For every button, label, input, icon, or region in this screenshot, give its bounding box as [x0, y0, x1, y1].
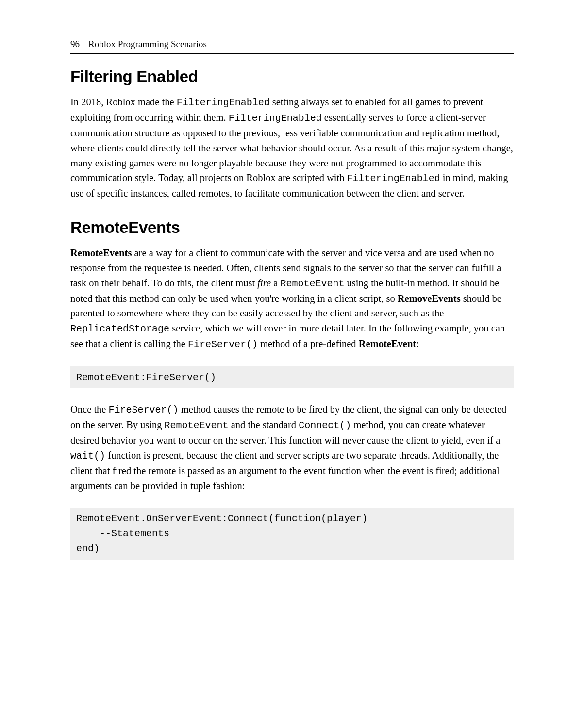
inline-code: wait()	[70, 450, 105, 462]
text-run: In 2018, Roblox made the	[70, 97, 177, 107]
text-bold: RemoteEvent	[359, 338, 416, 349]
running-title: Roblox Programming Scenarios	[88, 39, 207, 50]
text-run: function is present, because the client …	[70, 450, 500, 491]
text-run: and the standard	[229, 419, 299, 430]
section-heading-filtering-enabled: Filtering Enabled	[70, 67, 514, 86]
text-run: :	[416, 338, 419, 349]
text-run: a	[271, 278, 280, 288]
inline-code: RemoteEvent	[165, 420, 229, 431]
inline-code: FireServer()	[109, 404, 179, 415]
text-run: Once the	[70, 404, 109, 414]
section-heading-remoteevents: RemoteEvents	[70, 218, 514, 237]
text-bold: RemoveEvents	[398, 293, 461, 304]
inline-code: FilteringEnabled	[177, 97, 270, 108]
page-header: 96 Roblox Programming Scenarios	[70, 39, 514, 54]
inline-code: RemoteEvent	[280, 278, 344, 289]
paragraph-remoteevents-2: Once the FireServer() method causes the …	[70, 402, 514, 493]
paragraph-remoteevents-1: RemoteEvents are a way for a client to c…	[70, 246, 514, 352]
inline-code: FireServer()	[188, 339, 258, 350]
inline-code: FilteringEnabled	[347, 173, 440, 184]
inline-code: FilteringEnabled	[229, 113, 322, 124]
code-block-fireserver: RemoteEvent:FireServer()	[70, 366, 514, 388]
page-number: 96	[70, 39, 80, 50]
inline-code: ReplicatedStorage	[70, 323, 169, 334]
text-run: method of a pre-defined	[258, 338, 359, 349]
paragraph-filtering-enabled: In 2018, Roblox made the FilteringEnable…	[70, 95, 514, 201]
text-italic: fire	[257, 278, 271, 288]
inline-code: Connect()	[299, 420, 351, 431]
code-block-onserverevent: RemoteEvent.OnServerEvent:Connect(functi…	[70, 508, 514, 560]
text-bold: RemoteEvents	[70, 248, 132, 258]
